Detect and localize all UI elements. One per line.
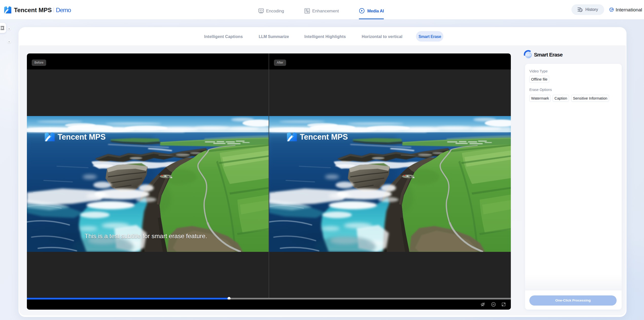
svg-text:Tencent MPS: Tencent MPS <box>58 133 106 141</box>
svg-text:Tencent MPS: Tencent MPS <box>300 133 348 141</box>
